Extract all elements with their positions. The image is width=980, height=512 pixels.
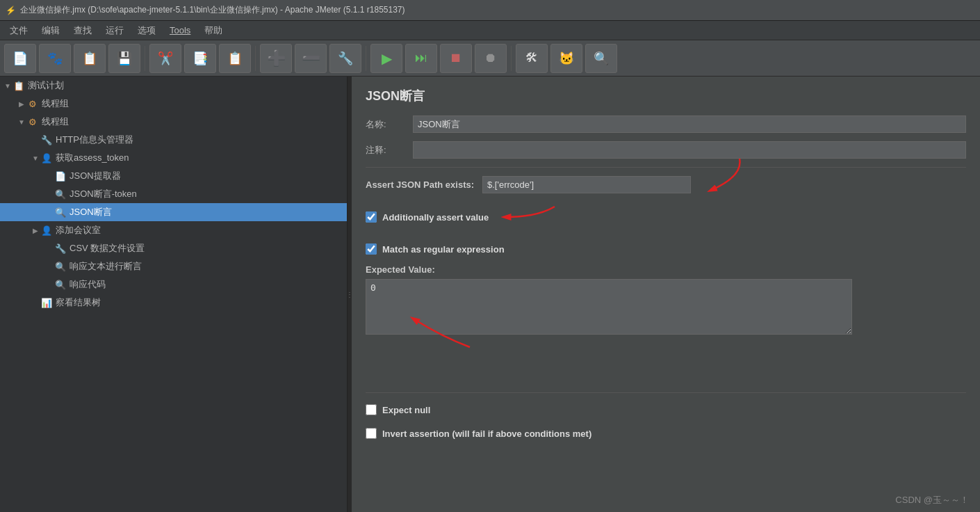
arrow-json-extractor	[44, 173, 54, 180]
menu-run[interactable]: 运行	[99, 22, 131, 40]
watermark: CSDN @玉～～！	[895, 494, 969, 506]
add-icon: ➕	[267, 49, 286, 67]
icon-get-token: 👤	[40, 152, 53, 164]
toolbar-add-button[interactable]: ➕	[260, 44, 292, 73]
arrow-get-token: ▼	[31, 154, 40, 162]
arrow-response-code	[44, 281, 54, 289]
expect-null-checkbox[interactable]	[366, 404, 377, 415]
tree-item-get-token[interactable]: ▼ 👤 获取assess_token	[0, 149, 347, 167]
comment-label: 注释:	[366, 144, 407, 157]
toolbar-cut-button[interactable]: ✂️	[149, 44, 181, 73]
toolbar-template-button[interactable]: 📋	[74, 44, 106, 73]
toolbar-start-no-pause-button[interactable]: ⏭	[405, 44, 437, 73]
tools1-icon: 🛠	[525, 51, 538, 65]
content-panel: JSON断言 名称: 注释: Assert JSON Path exists:	[352, 77, 980, 512]
toolbar-separator-3	[366, 46, 366, 71]
arrow-to-input	[691, 155, 746, 197]
label-json-assertion: JSON断言	[70, 206, 112, 218]
save-icon: 💾	[117, 51, 132, 66]
tree-item-add-room[interactable]: ▶ 👤 添加会议室	[0, 221, 347, 239]
expect-null-label[interactable]: Expect null	[382, 405, 430, 415]
icon-json-assertion-token: 🔍	[54, 188, 67, 200]
label-add-room: 添加会议室	[56, 224, 101, 237]
label-http-header: HTTP信息头管理器	[56, 134, 133, 146]
name-row: 名称:	[366, 115, 966, 133]
tree-item-test-plan[interactable]: ▼ 📋 测试计划	[0, 77, 347, 95]
name-input[interactable]	[413, 115, 966, 133]
invert-assertion-label[interactable]: Invert assertion (will fail if above con…	[382, 429, 591, 439]
title-text: 企业微信操作.jmx (D:\sofe\apache-jmeter-5.1.1\…	[20, 4, 405, 16]
toolbar-search-button[interactable]: 🔍	[585, 44, 617, 73]
arrow-response-text	[44, 263, 54, 271]
menu-edit[interactable]: 编辑	[35, 22, 67, 40]
toolbar-remove-button[interactable]: ➖	[295, 44, 327, 73]
arrow-thread-group-2: ▼	[17, 118, 26, 126]
toolbar-shutdown-button[interactable]: ⏺	[475, 44, 507, 73]
clear-icon: 🔧	[338, 51, 353, 66]
shutdown-icon: ⏺	[484, 51, 497, 65]
new-icon: 📄	[13, 51, 28, 66]
match-regex-label[interactable]: Match as regular expression	[382, 244, 505, 255]
arrow-csv-data	[44, 245, 54, 253]
match-regex-row: Match as regular expression	[366, 241, 966, 257]
toolbar-run-button[interactable]: ▶	[370, 44, 402, 73]
open-icon: 🐾	[47, 51, 63, 66]
copy-icon: 📑	[193, 51, 208, 66]
toolbar-stop-button[interactable]: ⏹	[440, 44, 472, 73]
toolbar-copy-button[interactable]: 📑	[184, 44, 216, 73]
title-icon: ⚡	[6, 6, 16, 15]
expect-null-row: Expect null	[366, 401, 966, 418]
tree-item-response-text[interactable]: 🔍 响应文本进行断言	[0, 257, 347, 275]
remove-icon: ➖	[302, 49, 320, 67]
comment-input[interactable]	[413, 141, 966, 159]
menu-tools[interactable]: Tools	[163, 22, 197, 38]
tree-item-json-assertion[interactable]: 🔍 JSON断言	[0, 203, 347, 221]
toolbar-save-button[interactable]: 💾	[108, 44, 140, 73]
tree-item-json-extractor[interactable]: 📄 JSON提取器	[0, 167, 347, 185]
label-response-text: 响应文本进行断言	[70, 260, 142, 273]
additionally-assert-checkbox[interactable]	[366, 211, 377, 223]
toolbar-new-button[interactable]: 📄	[4, 44, 36, 73]
menu-help[interactable]: 帮助	[197, 22, 229, 40]
toolbar-tools1-button[interactable]: 🛠	[516, 44, 548, 73]
menu-file[interactable]: 文件	[3, 22, 35, 40]
assert-path-row: Assert JSON Path exists:	[366, 176, 966, 193]
menu-find[interactable]: 查找	[67, 22, 99, 40]
toolbar-tools2-button[interactable]: 🐱	[550, 44, 582, 73]
invert-assertion-checkbox[interactable]	[366, 428, 377, 439]
tree-item-thread-group-2[interactable]: ▼ ⚙ 线程组	[0, 113, 347, 131]
invert-assertion-row: Invert assertion (will fail if above con…	[366, 425, 966, 442]
tree-item-thread-group-1[interactable]: ▶ ⚙ 线程组	[0, 95, 347, 113]
label-thread-group-1: 线程组	[42, 97, 69, 110]
label-json-assertion-token: JSON断言-token	[70, 188, 137, 200]
toolbar-clear-button[interactable]: 🔧	[329, 44, 361, 73]
match-regex-checkbox[interactable]	[366, 243, 377, 255]
tree-item-csv-data[interactable]: 🔧 CSV 数据文件设置	[0, 239, 347, 257]
label-json-extractor: JSON提取器	[70, 170, 121, 182]
icon-json-assertion: 🔍	[54, 206, 67, 218]
label-result-tree: 察看结果树	[56, 296, 101, 309]
toolbar-separator-4	[511, 46, 512, 71]
run-icon: ▶	[382, 50, 392, 67]
icon-response-code: 🔍	[54, 278, 67, 291]
expected-label: Expected Value:	[366, 264, 966, 275]
tree-item-http-header[interactable]: 🔧 HTTP信息头管理器	[0, 131, 347, 149]
icon-csv-data: 🔧	[54, 242, 67, 255]
additionally-assert-label[interactable]: Additionally assert value	[382, 212, 489, 223]
toolbar-open-button[interactable]: 🐾	[39, 44, 71, 73]
panel-title: JSON断言	[366, 88, 966, 104]
title-bar: ⚡ 企业微信操作.jmx (D:\sofe\apache-jmeter-5.1.…	[0, 0, 980, 21]
arrow-test-plan: ▼	[3, 82, 13, 90]
toolbar-separator-2	[255, 46, 256, 71]
icon-response-text: 🔍	[54, 260, 67, 273]
assert-path-input[interactable]	[482, 176, 691, 193]
icon-add-room: 👤	[40, 224, 53, 237]
menu-options[interactable]: 选项	[131, 22, 163, 40]
tree-item-json-assertion-token[interactable]: 🔍 JSON断言-token	[0, 185, 347, 203]
label-thread-group-2: 线程组	[42, 115, 69, 128]
tree-item-response-code[interactable]: 🔍 响应代码	[0, 275, 347, 294]
arrow-to-expected	[407, 309, 477, 351]
tree-item-result-tree[interactable]: 📊 察看结果树	[0, 294, 347, 312]
toolbar-paste-button[interactable]: 📋	[219, 44, 251, 73]
assert-path-label: Assert JSON Path exists:	[366, 179, 477, 190]
